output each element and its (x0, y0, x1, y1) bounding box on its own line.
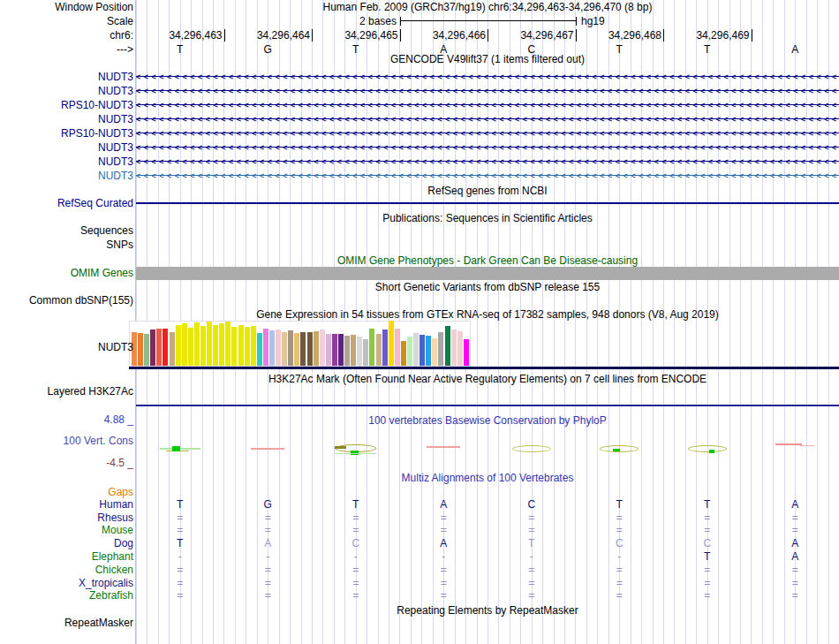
multiz-cell: = (265, 524, 271, 536)
gtex-bar (445, 326, 450, 366)
multiz-row-label-chicken[interactable]: Chicken (0, 564, 133, 576)
multiz-track-title[interactable]: Multiz Alignments of 100 Vertebrates (136, 472, 839, 484)
multiz-cell: T (704, 550, 710, 563)
sequences-label[interactable]: Sequences (0, 224, 133, 237)
gtex-bar (231, 327, 237, 366)
gtex-bar (344, 336, 350, 366)
multiz-cell: = (528, 524, 534, 536)
gene-row-arrows[interactable]: <<<<<<<<<<<<<<<<<<<<<<<<<<<<<<<<<<<<<<<<… (136, 87, 839, 95)
multiz-cell: = (792, 524, 798, 536)
multiz-cell: = (352, 577, 359, 589)
scale-label: Scale (0, 15, 133, 27)
gene-row-label[interactable]: NUDT3 (0, 141, 133, 154)
scale-bar-line (401, 20, 576, 21)
multiz-cell: = (265, 564, 271, 576)
gtex-bar (351, 335, 356, 366)
gene-row-arrows[interactable]: <<<<<<<<<<<<<<<<<<<<<<<<<<<<<<<<<<<<<<<<… (136, 129, 839, 138)
multiz-cell: T (704, 498, 710, 511)
multiz-cell: - (354, 550, 358, 563)
layered-h3k27ac-label[interactable]: Layered H3K27Ac (0, 385, 133, 398)
gtex-bar (320, 330, 325, 366)
gene-row-arrows[interactable]: <<<<<<<<<<<<<<<<<<<<<<<<<<<<<<<<<<<<<<<<… (136, 115, 839, 124)
h3k27ac-track-title[interactable]: H3K27Ac Mark (Often Found Near Active Re… (136, 373, 839, 385)
multiz-row-label-zebrafish[interactable]: Zebrafish (0, 589, 133, 602)
refseq-track-title[interactable]: RefSeq genes from NCBI (136, 185, 839, 197)
assembly-tag: hg19 (581, 15, 605, 27)
multiz-row-label-mouse[interactable]: Mouse (0, 524, 133, 536)
gene-row-label[interactable]: RPS10-NUDT3 (0, 127, 133, 140)
multiz-cell: = (616, 524, 623, 536)
strand-arrow-label[interactable]: ---> (0, 43, 133, 56)
multiz-cell: = (704, 589, 710, 602)
multiz-cell: = (792, 577, 798, 589)
refseq-curated-label[interactable]: RefSeq Curated (0, 197, 133, 209)
ruler-base: T (352, 43, 359, 56)
multiz-cell: C (703, 537, 711, 549)
gene-row-label[interactable]: NUDT3 (0, 113, 133, 125)
multiz-cell: T (528, 537, 534, 549)
repeatmasker-label[interactable]: RepeatMasker (0, 617, 133, 629)
gtex-bar (314, 331, 319, 366)
multiz-cell: = (616, 589, 623, 602)
multiz-cell: = (177, 589, 183, 602)
multiz-row-label-gaps[interactable]: Gaps (0, 486, 133, 498)
gtex-bar (432, 338, 437, 366)
ruler-position-label: 34,296,464 (257, 29, 310, 42)
ruler-base: T (704, 43, 710, 56)
genome-browser-screenshot: Window Position Human Feb. 2009 (GRCh37/… (0, 0, 839, 644)
phylop-mark-line (427, 446, 460, 448)
ruler-tick (663, 29, 664, 42)
gene-row-arrows[interactable]: <<<<<<<<<<<<<<<<<<<<<<<<<<<<<<<<<<<<<<<<… (136, 101, 839, 110)
omim-track-title[interactable]: OMIM Gene Phenotypes - Dark Green Can Be… (136, 254, 839, 267)
gtex-bar (188, 328, 193, 366)
gene-row-label[interactable]: NUDT3 (0, 170, 133, 182)
gtex-gene-label[interactable]: NUDT3 (0, 341, 133, 353)
multiz-cell: A (264, 537, 271, 549)
gtex-bar (426, 336, 431, 366)
common-dbsnp-label[interactable]: Common dbSNP(155) (0, 294, 133, 307)
refseq-gene-line[interactable] (136, 202, 839, 204)
gencode-track-title[interactable]: GENCODE V49lift37 (1 items filtered out) (136, 53, 839, 65)
multiz-cell: = (352, 564, 359, 576)
gtex-bar (200, 326, 206, 366)
multiz-cell: T (177, 537, 183, 549)
omim-genes-label[interactable]: OMIM Genes (0, 267, 133, 279)
gtex-bar (288, 330, 293, 366)
gene-row-label[interactable]: NUDT3 (0, 85, 133, 97)
multiz-cell: = (441, 589, 447, 602)
snps-label[interactable]: SNPs (0, 239, 133, 251)
repeatmasker-track-title[interactable]: Repeating Elements by RepeatMasker (136, 604, 839, 617)
multiz-row-label-rhesus[interactable]: Rhesus (0, 511, 133, 524)
gtex-bar (251, 326, 256, 366)
gtex-bar (257, 333, 262, 366)
gene-row-label[interactable]: RPS10-NUDT3 (0, 99, 133, 111)
gene-row-arrows[interactable]: <<<<<<<<<<<<<<<<<<<<<<<<<<<<<<<<<<<<<<<<… (136, 143, 839, 152)
gtex-bar (238, 325, 244, 366)
multiz-row-label-elephant[interactable]: Elephant (0, 550, 133, 563)
phylop-mark-line (251, 448, 284, 450)
phylop-track-title[interactable]: 100 vertebrates Basewise Conservation by… (136, 414, 839, 427)
multiz-cell: A (791, 550, 798, 563)
gene-row-arrows[interactable]: <<<<<<<<<<<<<<<<<<<<<<<<<<<<<<<<<<<<<<<<… (136, 157, 839, 166)
assembly-position-title: Human Feb. 2009 (GRCh37/hg19) chr6:34,29… (136, 1, 839, 13)
gene-row-arrows[interactable]: <<<<<<<<<<<<<<<<<<<<<<<<<<<<<<<<<<<<<<<<… (136, 72, 839, 81)
vert-cons-label[interactable]: 100 Vert. Cons (0, 435, 133, 447)
publications-track-title[interactable]: Publications: Sequences in Scientific Ar… (136, 212, 839, 224)
gtex-bar (269, 330, 275, 366)
ruler-tick (400, 29, 401, 42)
multiz-cell: = (265, 511, 271, 524)
gtex-track-title[interactable]: Gene Expression in 54 tissues from GTEx … (136, 308, 839, 321)
ruler-position-label: 34,296,468 (608, 29, 661, 42)
multiz-row-label-dog[interactable]: Dog (0, 537, 133, 549)
gene-row-label[interactable]: NUDT3 (0, 155, 133, 168)
gene-row-label[interactable]: NUDT3 (0, 71, 133, 83)
ruler-position-label: 34,296,469 (696, 29, 749, 42)
dbsnp-track-title[interactable]: Short Genetic Variants from dbSNP releas… (136, 281, 839, 293)
gtex-expression-plot[interactable] (129, 321, 471, 367)
gtex-bar (294, 333, 299, 366)
multiz-row-label-human[interactable]: Human (0, 498, 133, 511)
omim-genes-bar[interactable] (136, 267, 839, 280)
gene-row-arrows[interactable]: <<<<<<<<<<<<<<<<<<<<<<<<<<<<<<<<<<<<<<<<… (136, 171, 839, 180)
multiz-row-label-x_tropicalis[interactable]: X_tropicalis (0, 577, 133, 589)
multiz-cell: = (441, 564, 447, 576)
